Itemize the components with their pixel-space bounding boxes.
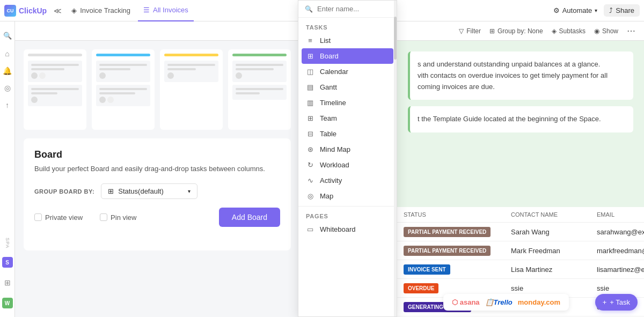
collapse-button[interactable]: ≪: [51, 4, 64, 17]
sidebar-bell-icon[interactable]: 🔔: [3, 67, 12, 75]
list-icon: ☰: [143, 6, 150, 14]
activity-icon: ∿: [306, 176, 314, 185]
task-fab-button[interactable]: + + Task: [595, 294, 638, 311]
layout-icon: ⊞: [108, 187, 114, 195]
sidebar-grid-icon[interactable]: ⊞: [4, 278, 11, 287]
email: lisamartinez@examp: [597, 266, 644, 274]
sidebar-home-icon[interactable]: ⌂: [5, 49, 9, 58]
chevron-down-icon: ▾: [595, 8, 597, 13]
dropdown-item-timeline[interactable]: ▥ Timeline: [298, 95, 397, 110]
dropdown-item-gantt[interactable]: ▤ Gantt: [298, 79, 397, 95]
workload-icon: ↻: [306, 161, 314, 169]
dropdown-divider: [298, 206, 397, 207]
project-name: Invoice Tracking: [80, 6, 130, 14]
pin-view-label: Pin view: [111, 213, 136, 222]
sidebar-item-w[interactable]: W: [2, 298, 13, 308]
scrollbar-thumb[interactable]: [394, 17, 397, 60]
asana-logo: ⬡ asana: [452, 298, 479, 306]
dropdown-item-whiteboard[interactable]: ▭ Whiteboard: [298, 222, 397, 237]
dropdown-item-team[interactable]: ⊞ Team: [298, 110, 397, 126]
checkbox-private[interactable]: [34, 213, 42, 221]
filter-button[interactable]: ▽ Filter: [459, 27, 481, 35]
trello-logo: 📋Trello: [485, 298, 513, 306]
table-row[interactable]: PARTIAL PAYMENT RECEIVED Sarah Wang sara…: [397, 223, 644, 241]
plus-icon: +: [603, 298, 607, 306]
board-col-3: [160, 49, 223, 130]
view-dropdown: 🔍 TASKS ≡ List ⊞ Board ◫ Calendar ▤ Gant…: [298, 0, 397, 317]
list-label: List: [320, 36, 331, 45]
map-icon: ◎: [306, 192, 314, 200]
list-icon: ≡: [306, 36, 314, 45]
project-tab[interactable]: ◈ Invoice Tracking: [66, 0, 136, 21]
tab-label: All Invoices: [153, 6, 188, 14]
add-board-button[interactable]: Add Board: [219, 208, 280, 227]
dropdown-item-mindmap[interactable]: ⊛ Mind Map: [298, 142, 397, 157]
subtasks-button[interactable]: ◈ Subtasks: [552, 27, 586, 35]
workload-label: Workload: [320, 161, 349, 169]
group-by-label: Group by: None: [497, 27, 543, 35]
desc-text-1: s and understand outstanding unpaid bala…: [418, 59, 626, 70]
group-by-button[interactable]: ⊞ Group by: None: [489, 27, 543, 35]
gantt-icon: ▤: [306, 83, 314, 91]
more-options-button[interactable]: ⋯: [627, 26, 635, 36]
dropdown-item-activity[interactable]: ∿ Activity: [298, 173, 397, 188]
board-config-panel: Board Build your perfect Board and easil…: [24, 138, 291, 250]
calendar-label: Calendar: [320, 68, 348, 76]
team-icon: ⊞: [306, 114, 314, 122]
board-label: Board: [320, 52, 339, 60]
timeline-icon: ▥: [306, 99, 314, 107]
dropdown-item-map[interactable]: ◎ Map: [298, 188, 397, 204]
sidebar-arrow-icon[interactable]: ↑: [5, 101, 9, 109]
private-view-label: Private view: [45, 213, 83, 222]
col-email-header: EMAIL: [597, 211, 638, 218]
contact-name: Sarah Wang: [511, 228, 597, 236]
table-header: STATUS CONTACT NAME EMAIL: [397, 207, 644, 223]
contact-name: Lisa Martinez: [511, 266, 597, 274]
pages-section-label: PAGES: [298, 209, 397, 222]
dropdown-item-workload[interactable]: ↻ Workload: [298, 157, 397, 173]
automate-icon: ⚙: [553, 6, 560, 14]
whiteboard-icon: ▭: [306, 225, 314, 233]
col-status-header: STATUS: [404, 211, 511, 218]
dropdown-item-list[interactable]: ≡ List: [298, 33, 397, 48]
table-row[interactable]: PARTIAL PAYMENT RECEIVED Mark Freedman m…: [397, 241, 644, 260]
mindmap-label: Mind Map: [320, 145, 350, 153]
dropdown-search-field[interactable]: 🔍: [298, 1, 397, 18]
calendar-icon: ◫: [306, 68, 314, 76]
sidebar-target-icon[interactable]: ◎: [4, 84, 11, 92]
status-default: Status(default): [118, 187, 164, 195]
mindmap-icon: ⊛: [306, 145, 314, 153]
board-col-1: [24, 49, 86, 130]
status-badge: PARTIAL PAYMENT RECEIVED: [404, 246, 491, 256]
show-label: Show: [602, 27, 618, 35]
status-badge: OVERDUE: [404, 283, 438, 293]
tasks-section-label: TASKS: [298, 20, 397, 33]
checkbox-pin[interactable]: [100, 213, 107, 221]
pin-view-checkbox[interactable]: Pin view: [100, 213, 136, 222]
board-title: Board: [34, 149, 280, 160]
share-button[interactable]: ⤴ Share: [604, 4, 640, 17]
board-col-4: [228, 49, 291, 130]
automate-button[interactable]: ⚙ Automate ▾: [553, 6, 598, 14]
private-view-checkbox[interactable]: Private view: [34, 213, 83, 222]
scrollbar-track[interactable]: [394, 1, 397, 316]
chevron-down-icon: ▾: [188, 188, 191, 194]
group-by-label: GROUP BOARD BY:: [34, 188, 94, 195]
app-name: ClickUp: [19, 6, 47, 15]
desc-text-3: coming invoices are due.: [418, 82, 626, 93]
dropdown-item-board[interactable]: ⊞ Board: [302, 48, 393, 64]
share-icon: ⤴: [609, 6, 613, 14]
search-icon: 🔍: [305, 5, 313, 13]
show-button[interactable]: ◉ Show: [594, 27, 618, 35]
dropdown-item-table[interactable]: ⊟ Table: [298, 126, 397, 142]
all-invoices-tab[interactable]: ☰ All Invoices: [138, 0, 194, 21]
sidebar-item-s[interactable]: S: [2, 257, 13, 268]
board-preview: [24, 49, 291, 130]
status-select[interactable]: ⊞ Status(default) ▾: [101, 183, 197, 199]
sidebar-search-icon[interactable]: 🔍: [2, 30, 13, 41]
search-input[interactable]: [317, 5, 390, 13]
table-row[interactable]: INVOICE SENT Lisa Martinez lisamartinez@…: [397, 260, 644, 279]
table-icon: ⊟: [306, 130, 314, 138]
dropdown-item-calendar[interactable]: ◫ Calendar: [298, 64, 397, 79]
monday-logo: monday.com: [518, 298, 560, 306]
